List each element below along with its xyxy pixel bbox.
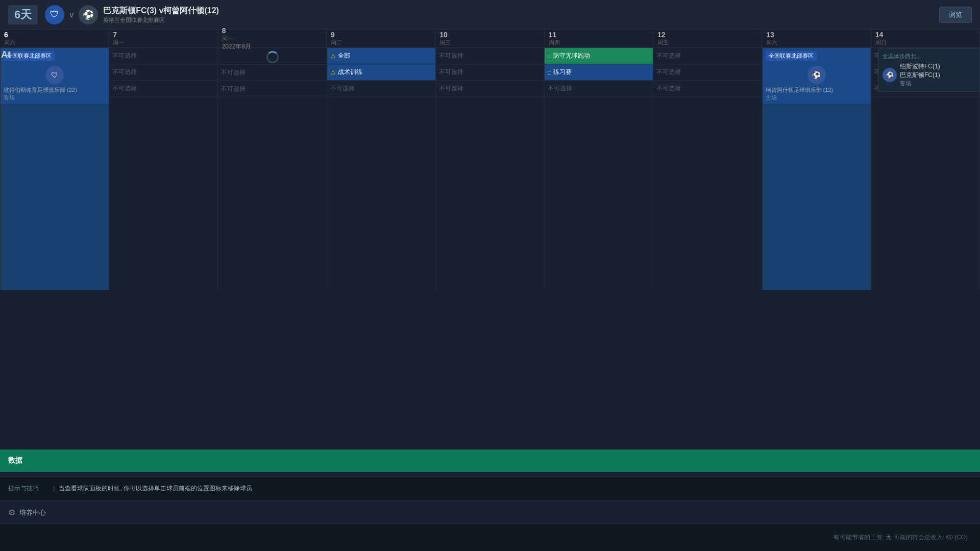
team-name-col13: 柯曾阿什顿足球俱乐部 (12)	[766, 86, 834, 94]
day-name-8: 周一	[222, 35, 322, 42]
event-text-9-2: 战术训练	[338, 68, 362, 77]
league-tag-col6: 全国联赛北部赛区	[4, 51, 55, 61]
cal-row-11-1[interactable]: □ 防守无球跑动	[545, 48, 653, 64]
event-text-11-1: 防守无球跑动	[553, 52, 590, 60]
data-bar[interactable]: 数据	[0, 449, 980, 472]
cal-header-day-6: 6 周六	[0, 30, 109, 47]
cal-header-day-8: 8 周一 2022年8月	[218, 30, 327, 47]
cal-row-12-3[interactable]: 不可选择	[653, 81, 762, 97]
day-num-12: 12	[657, 31, 757, 39]
day-num-14: 14	[875, 31, 975, 39]
day-num-11: 11	[549, 31, 649, 39]
cal-row-7-1[interactable]: 不可选择	[109, 48, 217, 64]
cal-row-9-3[interactable]: 不可选择	[327, 81, 435, 97]
cal-row-7-2[interactable]: 不可选择	[109, 64, 217, 81]
popup-league: 全国体步西北...	[883, 53, 975, 60]
day-num-7: 7	[113, 31, 213, 39]
cal-header-day-9: 9 周二	[327, 30, 435, 47]
cal-row-9-1[interactable]: ⚠ 全部	[327, 48, 435, 64]
cal-header-day-10: 10 周三	[435, 30, 544, 47]
day-num-13: 13	[766, 31, 866, 39]
tips-bar: 提示与技巧 | 当查看球队面板的时候, 你可以选择单击球员前端的位置图标来移除球…	[0, 477, 980, 500]
cal-col-10: 不可选择 不可选择 不可选择	[436, 48, 545, 290]
academy-label: 培养中心	[19, 508, 46, 517]
day-name-7: 周一	[113, 39, 213, 46]
team-logo-col6: 🛡	[45, 66, 64, 84]
day-name-13: 周六	[766, 39, 866, 46]
academy-bar[interactable]: ⚙ 培养中心	[0, 501, 980, 523]
cal-col-12: 不可选择 不可选择 不可选择	[653, 48, 762, 290]
calendar-grid: 全国联赛北部赛区 🛡 坡得伯勒体育足球俱乐部 (22) 客场 不可选择 不可选择…	[0, 48, 980, 290]
cal-row-11-3[interactable]: 不可选择	[545, 81, 653, 97]
venue-col6: 客场	[4, 94, 15, 102]
team-home-logo: 🛡	[45, 5, 64, 24]
tips-label: 提示与技巧	[8, 484, 49, 493]
day-num-9: 9	[331, 31, 431, 39]
cal-row-7-3[interactable]: 不可选择	[109, 81, 217, 97]
team-name-col6: 坡得伯勒体育足球俱乐部 (22)	[4, 86, 77, 94]
popup-team-1: 绍斯波特FC(1)	[900, 62, 940, 71]
alert-icon-9-2: ⚠	[330, 69, 336, 76]
match-info: 巴克斯顿FC(3) v柯曾阿什顿(12) 英格兰全国联赛北部赛区	[103, 6, 219, 24]
day-name-11: 周四	[549, 39, 649, 46]
day-num-10: 10	[439, 31, 540, 39]
team-logo-col13: ⚽	[807, 66, 826, 84]
footer-text: 有可能节省的工资: 无 可能的转会总收入: €0 (CO)	[834, 533, 968, 542]
tips-content: 当查看球队面板的时候, 你可以选择单击球员前端的位置图标来移除球员	[59, 484, 252, 493]
academy-icon: ⚙	[8, 508, 15, 517]
day-num-8: 8	[222, 27, 322, 35]
day-name-14: 周日	[875, 39, 975, 46]
popup-team-2: 巴克斯顿FC(1)	[900, 71, 940, 80]
cal-row-8-2[interactable]: 不可选择	[218, 65, 326, 81]
event-icon-11-2: □	[548, 69, 551, 76]
cal-row-9-2[interactable]: ⚠ 战术训练	[327, 64, 435, 81]
cal-row-10-1[interactable]: 不可选择	[436, 48, 544, 64]
event-text-11-2: 练习赛	[553, 68, 572, 77]
event-icon-11-1: □	[548, 53, 551, 60]
cal-row-12-1[interactable]: 不可选择	[653, 48, 762, 64]
vs-text: v	[69, 10, 74, 19]
cal-row-11-2[interactable]: □ 练习赛	[545, 64, 653, 81]
league-tag-col13: 全国联赛北部赛区	[766, 51, 817, 61]
calendar-area: 6 周六 7 周一 8 周一 2022年8月 9 周二 10 周三 11 周四	[0, 30, 980, 290]
loading-spinner	[266, 51, 279, 63]
cal-header-day-11: 11 周四	[545, 30, 653, 47]
cal-header-day-13: 13 周六	[762, 30, 871, 47]
cal-col-11: □ 防守无球跑动 □ 练习赛 不可选择	[545, 48, 653, 290]
day-name-10: 周三	[439, 39, 540, 46]
day-name-12: 周五	[657, 39, 757, 46]
cal-col-6: 全国联赛北部赛区 🛡 坡得伯勒体育足球俱乐部 (22) 客场	[0, 48, 109, 290]
footer: 有可能节省的工资: 无 可能的转会总收入: €0 (CO)	[0, 523, 980, 551]
popup-teams: ⚽ 绍斯波特FC(1) 巴克斯顿FC(1) 客场	[883, 62, 975, 87]
cal-row-12-2[interactable]: 不可选择	[653, 64, 762, 81]
venue-col13: 主场	[766, 94, 777, 102]
event-text-9-1: 全部	[338, 52, 350, 60]
cal-col-7: 不可选择 不可选择 不可选择	[109, 48, 218, 290]
cal-header-day-12: 12 周五	[653, 30, 762, 47]
day-num-6: 6	[4, 31, 104, 39]
cal-col-13: 全国联赛北部赛区 ⚽ 柯曾阿什顿足球俱乐部 (12) 主场	[763, 48, 871, 290]
popup-logo-1: ⚽	[883, 68, 897, 82]
cal-col-8: 不可选择 不可选择	[218, 48, 327, 290]
cal-header-day-14: 14 周日	[871, 30, 980, 47]
day-name-6: 周六	[4, 39, 104, 46]
cal-row-8-3[interactable]: 不可选择	[218, 81, 326, 97]
popup-card: 全国体步西北... ⚽ 绍斯波特FC(1) 巴克斯顿FC(1) 客场	[878, 48, 980, 92]
calendar-header: 6 周六 7 周一 8 周一 2022年8月 9 周二 10 周三 11 周四	[0, 30, 980, 48]
days-badge: 6天	[8, 5, 38, 24]
match-subtitle: 英格兰全国联赛北部赛区	[103, 16, 219, 24]
day-name-9: 周二	[331, 39, 431, 46]
cal-header-day-7: 7 周一	[109, 30, 217, 47]
team-away-logo: ⚽	[79, 5, 98, 24]
match-title: 巴克斯顿FC(3) v柯曾阿什顿(12)	[103, 6, 219, 16]
cal-row-10-2[interactable]: 不可选择	[436, 64, 544, 81]
cal-col-9: ⚠ 全部 ⚠ 战术训练 不可选择	[327, 48, 436, 290]
alert-icon-9-1: ⚠	[330, 53, 336, 60]
data-bar-label: 数据	[8, 456, 22, 465]
top-bar: 6天 🛡 v ⚽ 巴克斯顿FC(3) v柯曾阿什顿(12) 英格兰全国联赛北部赛…	[0, 0, 980, 30]
cal-row-10-3[interactable]: 不可选择	[436, 81, 544, 97]
popup-venue: 客场	[900, 80, 940, 87]
browse-button[interactable]: 浏览	[939, 7, 972, 23]
